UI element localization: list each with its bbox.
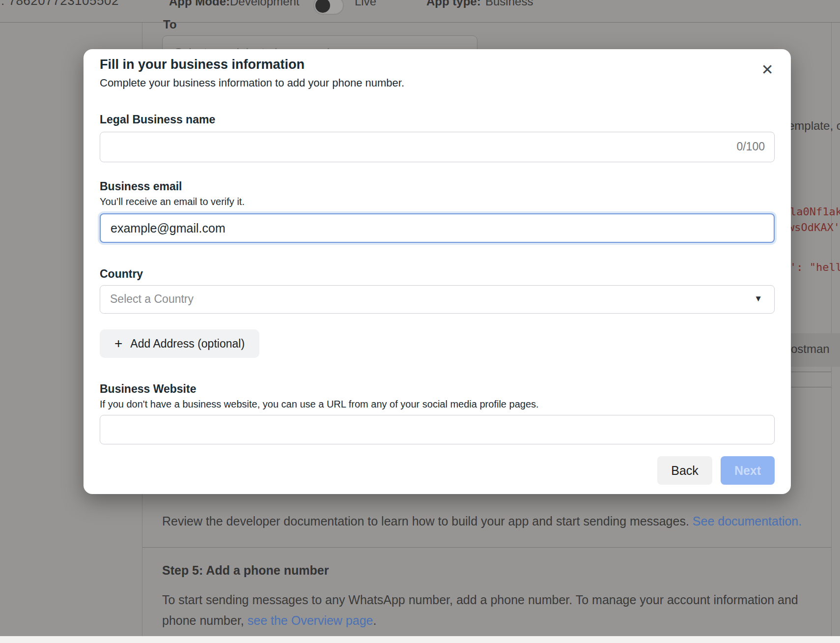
chevron-down-icon: ▼ — [754, 294, 762, 304]
country-label: Country — [100, 267, 143, 281]
screen: : 786207723105502 App Mode: Development … — [0, 0, 840, 643]
overview-page-link[interactable]: see the Overview page — [248, 614, 373, 627]
country-placeholder: Select a Country — [110, 292, 194, 306]
app-mode-label: App Mode: — [169, 0, 230, 8]
business-email-label: Business email — [100, 180, 182, 193]
live-label: Live — [355, 0, 376, 8]
topbar-divider — [0, 22, 840, 23]
code-fragment-1: la0Nf1ak — [790, 205, 840, 218]
app-mode-value: Development — [230, 0, 299, 8]
business-website-input[interactable] — [100, 415, 775, 444]
business-website-helper: If you don't have a business website, yo… — [100, 399, 539, 410]
char-counter: 0/100 — [736, 140, 765, 153]
step5-line2-period: . — [373, 614, 376, 627]
app-type-label: App type: — [426, 0, 481, 8]
step5-paragraph-line1: To start sending messages to any WhatsAp… — [162, 593, 798, 607]
app-mode-toggle[interactable] — [313, 0, 344, 15]
next-button[interactable]: Next — [721, 456, 775, 485]
code-fragment-3: ': "hell — [790, 261, 840, 273]
toggle-knob-icon — [315, 0, 330, 13]
back-button[interactable]: Back — [657, 456, 712, 485]
business-email-input[interactable] — [100, 213, 775, 243]
business-info-dialog: Fill in your business information Comple… — [84, 49, 791, 494]
step5-heading: Step 5: Add a phone number — [162, 563, 329, 578]
legal-name-label: Legal Business name — [100, 113, 215, 126]
content-card-right-border — [831, 23, 832, 636]
close-icon[interactable]: ✕ — [757, 60, 777, 80]
add-address-button[interactable]: + Add Address (optional) — [100, 329, 259, 358]
plus-icon: + — [114, 336, 122, 351]
see-documentation-link[interactable]: See documentation. — [693, 514, 802, 528]
page-bottom-strip — [0, 636, 840, 643]
review-paragraph: Review the developer documentation to le… — [162, 514, 802, 528]
section-divider — [142, 547, 831, 548]
country-select[interactable]: Select a Country ▼ — [100, 285, 775, 314]
business-website-label: Business Website — [100, 382, 196, 396]
legal-name-input[interactable] — [100, 132, 775, 162]
business-email-helper: You’ll receive an email to verify it. — [100, 196, 245, 207]
step5-line2-prefix: phone number, — [162, 614, 248, 627]
dialog-title: Fill in your business information — [100, 57, 305, 72]
add-address-label: Add Address (optional) — [130, 337, 245, 351]
app-id: : 786207723105502 — [1, 0, 119, 8]
table-row-divider — [791, 387, 831, 387]
template-text-fragment: emplate, c — [788, 119, 840, 133]
app-type-value: Business — [485, 0, 533, 8]
review-text: Review the developer documentation to le… — [162, 514, 689, 528]
dialog-subtitle: Complete your business information to ad… — [100, 77, 404, 89]
code-fragment-2: wsOdKAX' — [788, 221, 840, 234]
to-field-label: To — [163, 18, 177, 31]
step5-paragraph-line2: phone number, see the Overview page. — [162, 614, 376, 628]
table-row-divider — [791, 372, 831, 372]
